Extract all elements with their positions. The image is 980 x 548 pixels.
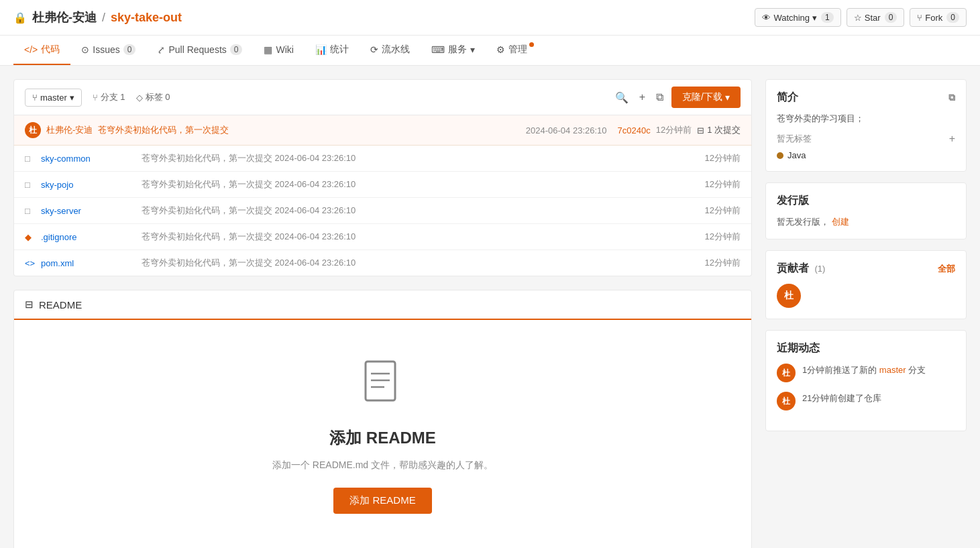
branch-name: master <box>40 93 67 103</box>
issues-badge: 0 <box>123 44 136 55</box>
repo-header: 🔒 杜弗伦-安迪 / sky-take-out 👁 Watching ▾ 1 ☆… <box>0 0 980 36</box>
watching-label: Watching <box>773 13 810 23</box>
file-commit-msg-gitignore: 苍穹外卖初始化代码，第一次提交 2024-06-04 23:26:10 <box>142 231 687 243</box>
sidebar-lang: Java <box>777 150 955 160</box>
contributors-title-text: 贡献者 (1) <box>777 262 825 276</box>
copy-button[interactable]: ⧉ <box>653 89 666 106</box>
branch-dropdown-icon: ▾ <box>70 93 74 103</box>
all-contributors-link[interactable]: 全部 <box>938 263 955 275</box>
branch-count-icon: ⑂ <box>93 93 98 103</box>
add-readme-button[interactable]: 添加 README <box>333 488 431 514</box>
code-icon: </> <box>24 44 38 55</box>
table-row: □ sky-server 苍穹外卖初始化代码，第一次提交 2024-06-04 … <box>14 198 751 224</box>
repo-name[interactable]: sky-take-out <box>111 11 182 25</box>
file-name-sky-server[interactable]: sky-server <box>41 206 142 216</box>
activity-item-2: 杜 21分钟前创建了仓库 <box>777 392 955 410</box>
manage-dot <box>529 42 534 47</box>
file-table: □ sky-common 苍穹外卖初始化代码，第一次提交 2024-06-04 … <box>13 146 752 276</box>
file-time-gitignore: 12分钟前 <box>687 231 741 243</box>
sidebar-releases-title: 发行版 <box>777 194 955 208</box>
tab-code-label: 代码 <box>41 44 60 56</box>
activity-text-2: 21分钟前创建了仓库 <box>802 392 881 405</box>
tab-pull-requests[interactable]: ⤤ Pull Requests 0 <box>146 36 253 64</box>
repo-actions: 👁 Watching ▾ 1 ☆ Star 0 ⑂ Fork 0 <box>755 8 967 27</box>
fork-count: 0 <box>946 12 959 23</box>
readme-doc-icon: ⊟ <box>25 298 34 311</box>
add-tag-icon[interactable]: + <box>949 133 955 145</box>
commit-author[interactable]: 杜弗伦-安迪 <box>46 124 93 136</box>
commit-count-icon: ⊟ <box>697 125 704 135</box>
repo-toolbar: ⑂ master ▾ ⑂ 分支 1 ◇ 标签 0 🔍 + <box>13 79 752 115</box>
lang-dot <box>777 152 783 159</box>
tab-issues[interactable]: ⊙ Issues 0 <box>70 36 146 64</box>
tab-stats[interactable]: 📊 统计 <box>305 36 360 65</box>
tag-count[interactable]: ◇ 标签 0 <box>136 91 170 103</box>
sidebar-contributors-section: 贡献者 (1) 全部 杜 <box>765 250 967 319</box>
commit-message[interactable]: 苍穹外卖初始化代码，第一次提交 <box>98 124 520 136</box>
branch-count-label: 分支 1 <box>101 91 125 103</box>
services-dropdown-icon: ▾ <box>470 44 475 55</box>
file-time-sky-common: 12分钟前 <box>687 152 741 164</box>
folder-icon: □ <box>25 206 36 216</box>
create-release-link[interactable]: 创建 <box>832 217 849 227</box>
clone-label: 克隆/下载 <box>682 91 722 103</box>
tab-services[interactable]: ⌨ 服务 ▾ <box>421 36 486 65</box>
lock-icon: 🔒 <box>13 11 27 24</box>
tab-wiki[interactable]: ▦ Wiki <box>253 36 304 64</box>
file-time-pom: 12分钟前 <box>687 257 741 269</box>
sidebar-intro-title: 简介 ⧉ <box>777 91 955 105</box>
watching-button[interactable]: 👁 Watching ▾ 1 <box>755 8 840 27</box>
pr-badge: 0 <box>230 44 243 55</box>
activity-avatar-1: 杜 <box>777 364 796 382</box>
eye-icon: 👁 <box>762 13 771 23</box>
sidebar-tag-row: 暂无标签 + <box>777 133 955 145</box>
file-name-pom[interactable]: pom.xml <box>41 258 142 268</box>
file-name-sky-common[interactable]: sky-common <box>41 154 142 164</box>
tab-pipeline[interactable]: ⟳ 流水线 <box>360 36 421 65</box>
xml-icon: <> <box>25 258 36 268</box>
commit-row: 杜 杜弗伦-安迪 苍穹外卖初始化代码，第一次提交 2024-06-04 23:2… <box>13 115 752 146</box>
git-icon: ◆ <box>25 232 36 242</box>
separator: / <box>102 11 105 25</box>
commit-hash[interactable]: 7c0240c <box>618 125 651 135</box>
tab-code[interactable]: </> 代码 <box>13 36 70 65</box>
branch-selector[interactable]: ⑂ master ▾ <box>25 89 82 107</box>
clone-button[interactable]: 克隆/下载 ▾ <box>671 87 741 108</box>
issues-icon: ⊙ <box>81 44 89 55</box>
edit-intro-icon[interactable]: ⧉ <box>948 92 955 103</box>
sidebar-activity-title: 近期动态 <box>777 341 955 355</box>
repo-content: ⑂ master ▾ ⑂ 分支 1 ◇ 标签 0 🔍 + <box>13 79 752 548</box>
commit-time: 12分钟前 <box>656 124 692 136</box>
watching-dropdown-icon[interactable]: ▾ <box>812 13 817 23</box>
nav-tabs: </> 代码 ⊙ Issues 0 ⤤ Pull Requests 0 ▦ Wi… <box>0 36 980 66</box>
readme-body: 添加 README 添加一个 README.md 文件，帮助感兴趣的人了解。 添… <box>14 320 751 548</box>
table-row: □ sky-pojo 苍穹外卖初始化代码，第一次提交 2024-06-04 23… <box>14 172 751 198</box>
star-icon: ☆ <box>854 13 862 23</box>
commit-count[interactable]: ⊟ 1 次提交 <box>697 124 741 136</box>
repo-owner[interactable]: 杜弗伦-安迪 <box>32 9 97 25</box>
search-button[interactable]: 🔍 <box>612 89 631 107</box>
activity-branch-1: master <box>879 365 906 375</box>
file-commit-msg-pom: 苍穹外卖初始化代码，第一次提交 2024-06-04 23:26:10 <box>142 257 687 269</box>
folder-icon: □ <box>25 180 36 190</box>
file-name-sky-pojo[interactable]: sky-pojo <box>41 180 142 190</box>
add-file-button[interactable]: + <box>637 89 648 106</box>
pr-icon: ⤤ <box>157 44 165 55</box>
services-icon: ⌨ <box>431 44 445 55</box>
fork-button[interactable]: ⑂ Fork 0 <box>910 8 967 27</box>
tab-manage[interactable]: ⚙ 管理 <box>486 36 538 65</box>
commit-count-label: 1 次提交 <box>707 124 741 136</box>
file-name-gitignore[interactable]: .gitignore <box>41 232 142 242</box>
file-time-sky-pojo: 12分钟前 <box>687 178 741 190</box>
branch-count[interactable]: ⑂ 分支 1 <box>93 91 125 103</box>
activity-avatar-2: 杜 <box>777 392 796 410</box>
readme-section: ⊟ README 添加 README 添加一个 README.md 文件，帮助感… <box>13 290 752 548</box>
star-button[interactable]: ☆ Star 0 <box>847 8 905 27</box>
file-commit-msg-sky-pojo: 苍穹外卖初始化代码，第一次提交 2024-06-04 23:26:10 <box>142 178 687 190</box>
commit-date: 2024-06-04 23:26:10 <box>526 125 607 135</box>
readme-header: ⊟ README <box>14 290 751 320</box>
contributor-avatar[interactable]: 杜 <box>777 284 801 308</box>
table-row: ◆ .gitignore 苍穹外卖初始化代码，第一次提交 2024-06-04 … <box>14 224 751 250</box>
folder-icon: □ <box>25 154 36 164</box>
activity-text-1: 1分钟前推送了新的 master 分支 <box>802 364 926 377</box>
